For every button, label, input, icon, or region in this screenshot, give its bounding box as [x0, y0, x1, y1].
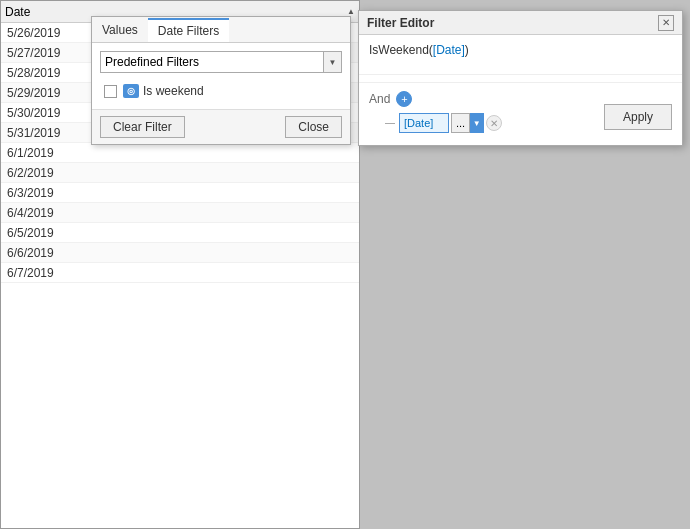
- filter-editor-close-button[interactable]: ✕: [658, 15, 674, 31]
- filter-popup-body: Predefined Filters ▼ ◎ Is weekend: [92, 43, 350, 109]
- apply-button[interactable]: Apply: [604, 104, 672, 130]
- tab-date-filters[interactable]: Date Filters: [148, 18, 229, 42]
- condition-delete-button[interactable]: ✕: [486, 115, 502, 131]
- table-row[interactable]: 6/4/2019: [1, 203, 359, 223]
- weekend-checkbox[interactable]: [104, 85, 117, 98]
- table-row[interactable]: 6/3/2019: [1, 183, 359, 203]
- table-row[interactable]: 6/6/2019: [1, 243, 359, 263]
- sort-icon: ▲: [347, 7, 355, 16]
- condition-op-button[interactable]: ...: [451, 113, 470, 133]
- predefined-filters-row: Predefined Filters ▼: [100, 51, 342, 73]
- expr-suffix: ): [465, 43, 469, 57]
- condition-op-dropdown[interactable]: ▼: [470, 113, 484, 133]
- table-row[interactable]: 6/2/2019: [1, 163, 359, 183]
- close-button[interactable]: Close: [285, 116, 342, 138]
- filter-tabs: Values Date Filters: [92, 17, 350, 43]
- weekend-icon: ◎: [123, 84, 139, 98]
- condition-field[interactable]: [Date]: [399, 113, 449, 133]
- filter-select-arrow[interactable]: ▼: [324, 51, 342, 73]
- filter-item-weekend[interactable]: ◎ Is weekend: [100, 81, 342, 101]
- table-row[interactable]: 6/7/2019: [1, 263, 359, 283]
- table-row[interactable]: 6/5/2019: [1, 223, 359, 243]
- and-label: And: [369, 92, 390, 106]
- condition-connector: [385, 123, 395, 124]
- filter-editor-expression: IsWeekend([Date]): [359, 35, 682, 75]
- expr-highlight: [Date]: [433, 43, 465, 57]
- filter-editor: Filter Editor ✕ IsWeekend([Date]) And + …: [358, 10, 683, 146]
- tab-values[interactable]: Values: [92, 17, 148, 42]
- filter-editor-title: Filter Editor: [367, 16, 434, 30]
- filter-editor-titlebar: Filter Editor ✕: [359, 11, 682, 35]
- table-row[interactable]: 6/1/2019: [1, 143, 359, 163]
- predefined-filters-select[interactable]: Predefined Filters: [100, 51, 324, 73]
- filter-popup-footer: Clear Filter Close: [92, 109, 350, 144]
- filter-popup: Values Date Filters Predefined Filters ▼…: [91, 16, 351, 145]
- expr-prefix: IsWeekend(: [369, 43, 433, 57]
- clear-filter-button[interactable]: Clear Filter: [100, 116, 185, 138]
- add-condition-button[interactable]: +: [396, 91, 412, 107]
- weekend-label: Is weekend: [143, 84, 204, 98]
